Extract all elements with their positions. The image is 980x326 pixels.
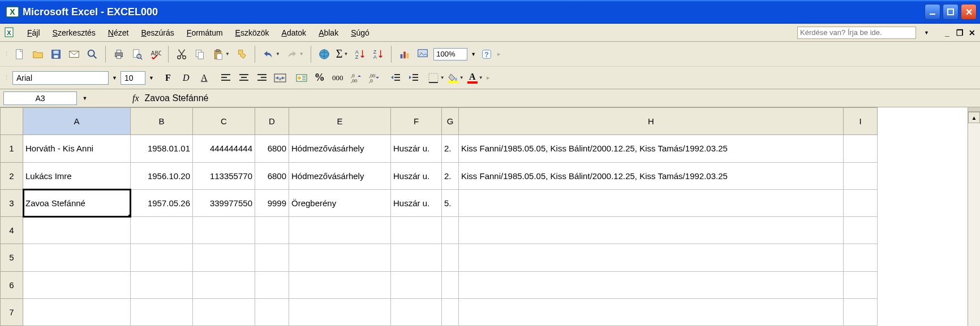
fx-icon[interactable]: fx — [132, 93, 139, 103]
cell-I4[interactable] — [844, 217, 878, 244]
row-header-6[interactable]: 6 — [1, 271, 23, 298]
close-button[interactable]: ✕ — [961, 4, 977, 20]
cell-F2[interactable]: Huszár u. — [391, 162, 442, 189]
cell-B7[interactable] — [131, 298, 193, 325]
column-header-E[interactable]: E — [289, 108, 391, 135]
row-header-4[interactable]: 4 — [1, 217, 23, 244]
align-right-button[interactable] — [255, 70, 269, 86]
cell-E7[interactable] — [289, 298, 391, 325]
toolbar-overflow[interactable]: ▸ — [497, 50, 500, 58]
drawing-button[interactable] — [415, 46, 430, 63]
hyperlink-button[interactable] — [317, 46, 332, 63]
cell-F3[interactable]: Huszár u. — [391, 189, 442, 216]
cell-F4[interactable] — [391, 217, 442, 244]
cell-G7[interactable] — [442, 298, 459, 325]
cell-G2[interactable]: 2. — [442, 162, 459, 189]
cell-H3[interactable] — [459, 189, 844, 216]
cell-E6[interactable] — [289, 271, 391, 298]
spellcheck-button[interactable]: ABC — [148, 46, 162, 63]
cell-C2[interactable]: 113355770 — [193, 162, 255, 189]
font-size-dropdown-icon[interactable]: ▼ — [149, 75, 154, 81]
name-box-dropdown-icon[interactable]: ▼ — [80, 95, 89, 101]
cell-A1[interactable]: Horváth - Kis Anni — [23, 135, 131, 162]
align-center-button[interactable] — [237, 70, 251, 86]
cell-H1[interactable]: Kiss Fanni/1985.05.05, Kiss Bálint/2000.… — [459, 135, 844, 162]
increase-decimal-button[interactable]: ,0,00 — [349, 70, 363, 86]
column-header-H[interactable]: H — [459, 108, 844, 135]
row-header-3[interactable]: 3 — [1, 189, 23, 216]
sort-asc-button[interactable]: AZ — [353, 46, 367, 63]
align-left-button[interactable] — [218, 70, 233, 86]
cell-I7[interactable] — [844, 298, 878, 325]
split-handle[interactable] — [968, 107, 980, 112]
menu-data[interactable]: Adatok — [280, 27, 309, 38]
fmt-toolbar-overflow[interactable]: ▸ — [487, 74, 489, 81]
cell-H7[interactable] — [459, 298, 844, 325]
underline-button[interactable]: A — [197, 70, 212, 86]
cell-B2[interactable]: 1956.10.20 — [131, 162, 193, 189]
cut-button[interactable] — [174, 46, 189, 63]
mdi-minimize-button[interactable]: _ — [943, 28, 952, 37]
font-color-button[interactable]: A▼ — [467, 70, 483, 86]
cell-D5[interactable] — [255, 244, 289, 271]
cell-D3[interactable]: 9999 — [255, 189, 289, 216]
menu-view[interactable]: Nézet — [106, 27, 131, 38]
cell-A3[interactable]: Zavoa Stefánné — [23, 189, 131, 216]
font-size-combo[interactable]: 10 — [121, 71, 145, 85]
autosum-button[interactable]: Σ▼ — [335, 46, 350, 63]
row-header-7[interactable]: 7 — [1, 298, 23, 325]
italic-button[interactable]: D — [179, 70, 194, 86]
undo-button[interactable]: ▼ — [261, 46, 281, 63]
vertical-scrollbar[interactable]: ▲ — [968, 107, 980, 326]
fmt-toolbar-grip[interactable]: ⋮ — [3, 74, 9, 81]
cell-D7[interactable] — [255, 298, 289, 325]
cell-F5[interactable] — [391, 244, 442, 271]
fill-color-button[interactable]: ▼ — [448, 70, 464, 86]
document-icon[interactable]: X — [3, 27, 15, 39]
print-preview-button[interactable] — [130, 46, 144, 63]
format-painter-button[interactable] — [234, 46, 249, 63]
cell-B1[interactable]: 1958.01.01 — [131, 135, 193, 162]
cell-C7[interactable] — [193, 298, 255, 325]
cell-D6[interactable] — [255, 271, 289, 298]
cell-E2[interactable]: Hódmezővásárhely — [289, 162, 391, 189]
decrease-decimal-button[interactable]: ,00,0 — [367, 70, 381, 86]
row-header-1[interactable]: 1 — [1, 135, 23, 162]
cell-C3[interactable]: 339977550 — [193, 189, 255, 216]
font-name-combo[interactable]: Arial — [12, 71, 109, 85]
select-all-corner[interactable] — [1, 108, 23, 135]
cell-B6[interactable] — [131, 271, 193, 298]
cell-A6[interactable] — [23, 271, 131, 298]
cell-H5[interactable] — [459, 244, 844, 271]
percent-button[interactable]: % — [312, 70, 327, 86]
email-button[interactable] — [67, 46, 81, 63]
help-button[interactable]: ? — [479, 46, 494, 63]
search-button[interactable] — [85, 46, 100, 63]
cell-G6[interactable] — [442, 271, 459, 298]
cell-B3[interactable]: 1957.05.26 — [131, 189, 193, 216]
scroll-up-button[interactable]: ▲ — [968, 112, 980, 123]
decrease-indent-button[interactable] — [388, 70, 403, 86]
cell-A7[interactable] — [23, 298, 131, 325]
cell-D2[interactable]: 6800 — [255, 162, 289, 189]
minimize-button[interactable] — [925, 4, 940, 20]
maximize-button[interactable] — [943, 4, 958, 20]
cell-G5[interactable] — [442, 244, 459, 271]
column-header-F[interactable]: F — [391, 108, 442, 135]
cell-E4[interactable] — [289, 217, 391, 244]
column-header-I[interactable]: I — [844, 108, 878, 135]
cell-C5[interactable] — [193, 244, 255, 271]
cell-H6[interactable] — [459, 271, 844, 298]
cell-I2[interactable] — [844, 162, 878, 189]
cell-I6[interactable] — [844, 271, 878, 298]
ask-a-question-box[interactable] — [797, 27, 916, 39]
menu-format[interactable]: Formátum — [184, 27, 225, 38]
cell-A4[interactable] — [23, 217, 131, 244]
open-button[interactable] — [31, 46, 45, 63]
column-header-D[interactable]: D — [255, 108, 289, 135]
currency-button[interactable] — [294, 70, 309, 86]
menu-help[interactable]: Súgó — [349, 27, 372, 38]
cell-D1[interactable]: 6800 — [255, 135, 289, 162]
comma-button[interactable]: 000 — [330, 70, 345, 86]
cell-H4[interactable] — [459, 217, 844, 244]
